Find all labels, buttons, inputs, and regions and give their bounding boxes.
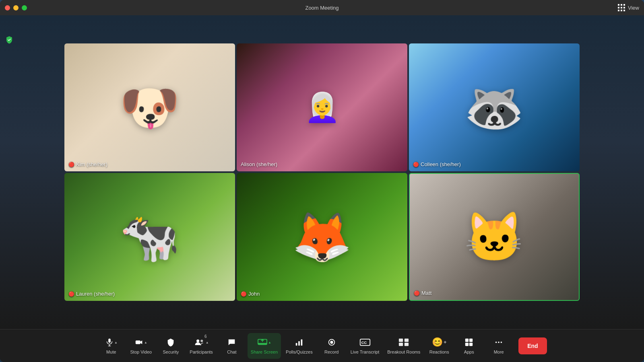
svg-point-21 (330, 341, 333, 343)
svg-rect-9 (108, 339, 111, 343)
avatar-lauren: 🐄 (64, 173, 235, 301)
svg-rect-27 (405, 343, 409, 346)
svg-rect-19 (301, 339, 303, 346)
close-button[interactable] (5, 5, 10, 10)
mic-off-icon-lauren: 🔴 (68, 291, 74, 297)
video-tile-colleen[interactable]: 🦝 🔴 Colleen (she/her) (409, 43, 580, 171)
polls-quizzes-button[interactable]: Polls/Quizzes (283, 333, 316, 359)
svg-point-13 (196, 339, 199, 342)
record-icon (327, 337, 336, 348)
more-label: More (494, 350, 504, 355)
apps-icon (464, 337, 473, 348)
mic-off-icon-colleen: 🔴 (413, 162, 419, 167)
more-icon (494, 337, 503, 348)
stop-video-chevron-container[interactable]: ▲ (144, 340, 147, 344)
svg-rect-29 (469, 339, 473, 342)
shield-icon (166, 337, 175, 348)
svg-rect-18 (299, 341, 300, 346)
toolbar: ▲ Mute ▲ Stop Video (0, 329, 644, 362)
avatar-matt: 🐱 (410, 174, 579, 300)
video-tile-lauren[interactable]: 🐄 🔴 Lauren (she/her) (64, 173, 235, 301)
video-grid: 🐶 🔴 Kim (she/her) 👩‍🦳 Alison (she/her) 🦝… (64, 43, 580, 301)
end-button[interactable]: End (518, 337, 547, 354)
share-screen-button[interactable]: ▲ Share Screen (248, 333, 281, 359)
stop-video-icon-group: ▲ (135, 337, 147, 348)
svg-rect-1 (621, 4, 622, 6)
name-label-colleen: 🔴 Colleen (she/her) (413, 161, 461, 167)
record-label: Record (324, 350, 339, 355)
svg-rect-0 (618, 4, 619, 6)
traffic-lights (5, 5, 27, 10)
svg-rect-16 (258, 343, 267, 345)
breakout-rooms-button[interactable]: Breakout Rooms (384, 333, 423, 359)
security-button[interactable]: Security (157, 333, 185, 359)
participant-name-matt: Matt (421, 290, 431, 296)
breakout-rooms-label: Breakout Rooms (387, 350, 420, 355)
chat-button[interactable]: Chat (218, 333, 246, 359)
svg-point-32 (495, 341, 497, 343)
reactions-button[interactable]: 😊 + Reactions (425, 333, 453, 359)
svg-point-14 (200, 339, 203, 342)
svg-rect-5 (623, 7, 625, 8)
mic-off-icon-john: 🔴 (241, 291, 247, 297)
participant-name-john: John (248, 291, 260, 297)
chat-icon (227, 337, 236, 348)
svg-point-34 (501, 341, 502, 343)
participants-icon-group: 6 ▲ (194, 337, 209, 348)
mic-off-icon-kim: 🔴 (68, 162, 74, 167)
zoom-window: Zoom Meeting View (0, 0, 644, 362)
grid-icon (617, 3, 626, 12)
video-tile-john[interactable]: 🦊 🔴 John (237, 173, 407, 301)
svg-rect-4 (621, 7, 622, 8)
name-label-kim: 🔴 Kim (she/her) (68, 161, 107, 167)
participant-name-lauren: Lauren (she/her) (76, 291, 115, 297)
participants-icon: 6 (194, 337, 205, 348)
view-button[interactable]: View (617, 3, 639, 12)
polls-icon (295, 337, 303, 348)
svg-rect-26 (399, 343, 403, 346)
name-label-john: 🔴 John (241, 291, 260, 297)
video-tile-matt[interactable]: 🐱 🔴 Matt (409, 173, 580, 301)
video-tile-kim[interactable]: 🐶 🔴 Kim (she/her) (64, 43, 235, 171)
svg-rect-31 (469, 343, 473, 346)
svg-text:CC: CC (361, 340, 367, 344)
svg-rect-12 (136, 340, 140, 344)
mute-chevron-container[interactable]: ▲ (114, 340, 118, 344)
video-tile-alison[interactable]: 👩‍🦳 Alison (she/her) (237, 43, 407, 171)
minimize-button[interactable] (13, 5, 19, 10)
mic-off-icon-matt: 🔴 (414, 290, 420, 296)
titlebar: Zoom Meeting View (0, 0, 644, 15)
apps-label: Apps (464, 350, 474, 355)
stop-video-button[interactable]: ▲ Stop Video (127, 333, 155, 359)
apps-button[interactable]: Apps (455, 333, 483, 359)
record-button[interactable]: Record (318, 333, 346, 359)
participants-count: 6 (204, 334, 207, 339)
svg-rect-30 (465, 343, 469, 346)
participants-chevron-container[interactable]: ▲ (206, 340, 209, 344)
svg-rect-7 (621, 10, 622, 11)
camera-icon (135, 337, 144, 348)
share-screen-icon-group: ▲ (257, 337, 271, 348)
participants-button[interactable]: 6 ▲ Participants (186, 333, 216, 359)
window-title: Zoom Meeting (305, 5, 339, 11)
svg-rect-24 (399, 339, 403, 342)
live-transcript-label: Live Transcript (351, 350, 380, 355)
maximize-button[interactable] (22, 5, 27, 10)
mute-icon-group: ▲ (105, 337, 118, 348)
svg-rect-28 (465, 339, 469, 342)
more-button[interactable]: More (485, 333, 513, 359)
participant-name-alison: Alison (she/her) (241, 161, 277, 167)
live-transcript-button[interactable]: CC Live Transcript (347, 333, 383, 359)
share-screen-chevron-container[interactable]: ▲ (268, 340, 271, 344)
svg-rect-3 (618, 7, 619, 8)
avatar-kim: 🐶 (64, 43, 235, 171)
reactions-label: Reactions (429, 350, 449, 355)
mute-button[interactable]: ▲ Mute (97, 333, 125, 359)
view-label: View (628, 5, 639, 11)
stop-video-label: Stop Video (130, 350, 152, 355)
participants-label: Participants (190, 350, 213, 355)
svg-point-33 (498, 341, 500, 343)
reactions-icon: 😊 + (432, 337, 447, 348)
svg-rect-8 (623, 10, 625, 11)
svg-rect-2 (623, 4, 625, 6)
